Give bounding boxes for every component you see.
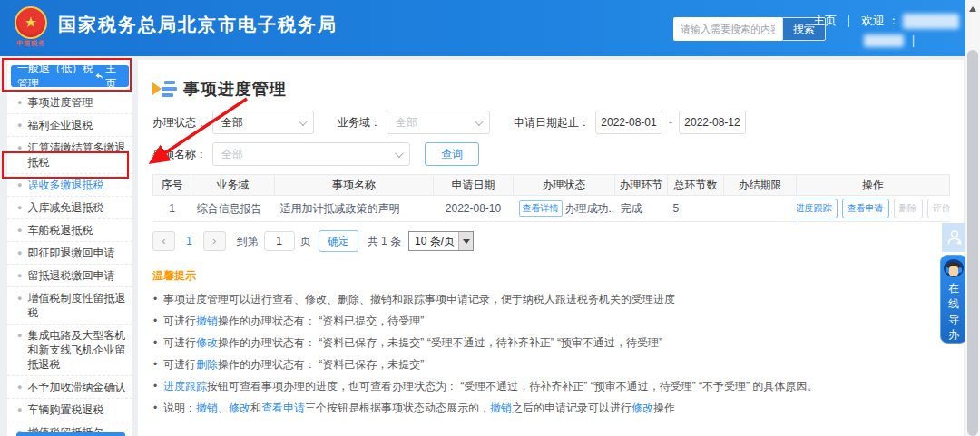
back-home-label: 主页: [105, 61, 122, 92]
action-button[interactable]: 进度跟踪: [797, 199, 838, 218]
tips-list: 事项进度管理可以进行查看、修改、删除、撤销和跟踪事项申请记录，便于纳税人跟进税务…: [152, 293, 949, 415]
site-title: 国家税务总局北京市电子税务局: [58, 13, 338, 37]
sidebar-item-label: 事项进度管理: [27, 95, 93, 110]
bullet-icon: ●: [17, 95, 22, 110]
online-guide-label: 在线导办: [947, 281, 960, 343]
table-header-row: 序号业务域事项名称申请日期办理状态办理环节总环节数办结期限操作: [153, 175, 950, 196]
sidebar-item[interactable]: ●车辆购置税退税: [7, 399, 132, 421]
sidebar-item[interactable]: ●增值税制度性留抵退税: [7, 287, 132, 325]
back-home-button[interactable]: 主页: [95, 61, 122, 92]
goto-prefix-label: 到第: [237, 234, 259, 249]
domain-select-value: 全部: [396, 115, 417, 131]
column-header: 办理环节: [615, 175, 668, 196]
scrollbar-thumb[interactable]: [967, 50, 978, 436]
status-select[interactable]: 全部: [212, 111, 314, 134]
chevron-down-icon: [395, 149, 404, 158]
table-row: 1综合信息报告适用加计抵减政策的声明2022-08-10查看详情办理成功...完…: [153, 196, 950, 222]
sidebar-item[interactable]: ●福利企业退税: [7, 114, 132, 137]
bullet-icon: ●: [17, 291, 22, 305]
online-guide-widget[interactable]: 在线导办: [940, 255, 967, 344]
date-end-input[interactable]: [679, 111, 746, 134]
column-header: 序号: [153, 175, 191, 196]
emblem-caption: 中国税务: [13, 39, 49, 48]
sidebar-item[interactable]: ●汇算清缴结算多缴退抵税: [7, 137, 132, 174]
cell-domain: 综合信息报告: [191, 196, 275, 222]
user-links-line2: ｜: [860, 33, 919, 49]
sidebar-item[interactable]: ●事项进度管理: [7, 92, 132, 114]
page-number[interactable]: 1: [186, 235, 192, 247]
domain-filter-label: 业务域：: [338, 115, 381, 131]
action-button[interactable]: 查看申请: [842, 199, 889, 218]
tip-link[interactable]: 修改: [196, 336, 218, 349]
sidebar-item[interactable]: ●留抵退税缴回申请: [7, 265, 132, 287]
cell-seq: 1: [153, 196, 191, 222]
member-badge-button[interactable]: ★: [942, 223, 967, 252]
confirm-page-button[interactable]: 确定: [318, 230, 358, 252]
tip-text: 可进行: [163, 315, 196, 327]
emblem-star-icon: ★: [15, 6, 47, 39]
column-header: 事项名称: [275, 175, 434, 196]
tip-item: 说明：撤销、修改和查看申请三个按钮是根据事项状态动态展示的，撤销之后的申请记录可…: [152, 402, 949, 415]
status-select-value: 全部: [221, 115, 243, 131]
cell-deadline: [724, 196, 797, 222]
tip-item: 可进行撤销操作的办理状态有： “资料已提交，待受理”: [152, 315, 949, 328]
bullet-icon: ●: [17, 268, 22, 283]
tip-link[interactable]: 撤销: [196, 315, 218, 327]
sidebar-item-label: 不予加收滞纳金确认: [27, 380, 125, 394]
search-input[interactable]: [673, 17, 782, 41]
tip-text: 操作的办理状态有： “资料已提交，待受理”: [218, 315, 424, 327]
total-count-label: 共 1 条: [368, 234, 401, 249]
next-section-strip: [16, 432, 125, 436]
chevron-down-icon: [299, 117, 308, 126]
page-size-select[interactable]: 10 条/页: [408, 231, 474, 251]
tip-link[interactable]: 撤销: [490, 402, 512, 414]
tip-link[interactable]: 进度跟踪: [163, 380, 207, 392]
user-name-blurred: [903, 14, 959, 29]
action-button: 删除: [894, 199, 923, 218]
goto-page-input[interactable]: [264, 231, 295, 251]
table-body: 1综合信息报告适用加计抵减政策的声明2022-08-10查看详情办理成功...完…: [153, 196, 950, 222]
sidebar-item-label: 车船税退抵税: [27, 223, 93, 237]
home-link[interactable]: 主页: [813, 13, 837, 29]
tip-link[interactable]: 查看申请: [261, 402, 305, 414]
domain-select[interactable]: 全部: [387, 111, 490, 134]
page-title-row: 事项进度管理: [152, 60, 949, 100]
prev-page-button[interactable]: ‹: [152, 231, 175, 251]
view-detail-button[interactable]: 查看详情: [519, 200, 563, 217]
tip-item: 事项进度管理可以进行查看、修改、删除、撤销和跟踪事项申请记录，便于纳税人跟进税务…: [152, 293, 949, 306]
query-button[interactable]: 查询: [425, 142, 479, 166]
tip-item: 可进行修改操作的办理状态有： “资料已保存，未提交” “受理不通过，待补齐补正”…: [152, 336, 949, 350]
item-name-select[interactable]: 全部: [212, 142, 410, 166]
tip-item: 进度跟踪按钮可查看事项办理的进度，也可查看办理状态为： “受理不通过，待补齐补正…: [152, 380, 949, 393]
next-page-button[interactable]: ›: [203, 231, 226, 251]
sidebar-item[interactable]: ●集成电路及大型客机和新支线飞机企业留抵退税: [7, 325, 132, 376]
vertical-scrollbar[interactable]: [965, 0, 980, 436]
tip-text: 三个按钮是根据事项状态动态展示的，: [305, 402, 490, 414]
sidebar-item[interactable]: ●即征即退缴回申请: [7, 242, 132, 265]
action-button: 评价: [927, 199, 950, 218]
sidebar-item[interactable]: ●车船税退抵税: [7, 219, 132, 242]
sidebar-item-label: 集成电路及大型客机和新支线飞机企业留抵退税: [27, 328, 129, 372]
cell-total-steps: 5: [668, 196, 724, 222]
tip-link[interactable]: 修改: [632, 402, 653, 414]
bullet-icon: ●: [17, 246, 22, 260]
chevron-down-icon: [475, 117, 484, 126]
sidebar-item[interactable]: ●不予加收滞纳金确认: [7, 376, 132, 399]
sidebar-section-header[interactable]: 一般退（抵）税管理 主页: [11, 65, 129, 87]
welcome-label: 欢迎 ：: [861, 13, 900, 29]
sidebar-item-label: 即征即退缴回申请: [27, 246, 114, 260]
page-size-value: 10 条/页: [409, 234, 458, 249]
status-wrap: 查看详情办理成功...: [519, 200, 610, 217]
filters: 办理状态： 全部 业务域： 全部 申请日期起止： - 事项名称： 全部 查询: [152, 111, 949, 166]
sidebar-item-label: 留抵退税缴回申请: [27, 268, 114, 283]
tip-text: 操作的办理状态有： “资料已保存，未提交”: [218, 358, 424, 371]
tip-link[interactable]: 删除: [196, 358, 218, 371]
scroll-up-arrow-icon[interactable]: [969, 6, 976, 12]
tip-link[interactable]: 修改: [229, 402, 250, 414]
sidebar-item[interactable]: ●入库减免退抵税: [7, 197, 132, 219]
date-start-input[interactable]: [595, 111, 662, 134]
name-filter-label: 事项名称：: [152, 147, 207, 162]
sidebar-item[interactable]: ●误收多缴退抵税: [7, 174, 132, 197]
tip-link[interactable]: 撤销: [196, 402, 218, 414]
column-header: 操作: [797, 175, 950, 196]
